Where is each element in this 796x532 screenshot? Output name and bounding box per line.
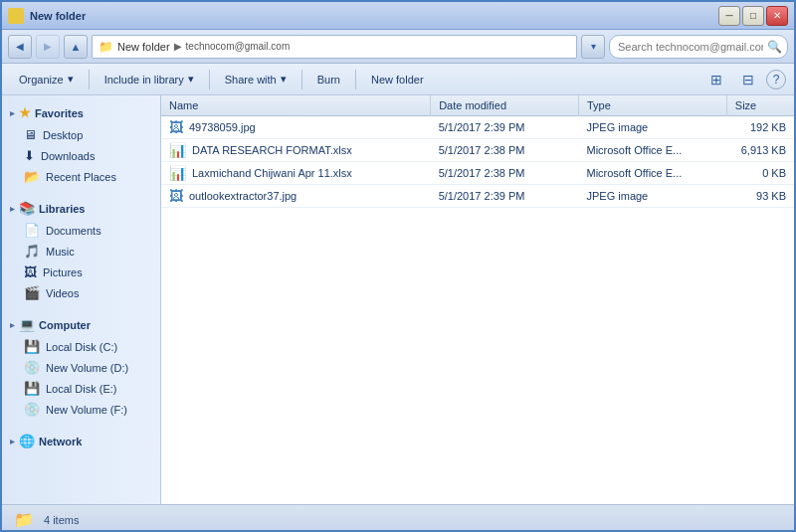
favorites-star-icon: ★ [19, 105, 31, 120]
pictures-icon: 🖼 [24, 265, 37, 279]
sidebar-item-documents[interactable]: 📄 Documents [2, 220, 160, 241]
path-segment-1: New folder [117, 41, 170, 53]
burn-label: Burn [317, 74, 340, 86]
disk-e-icon: 💾 [24, 381, 40, 396]
sidebar-item-desktop[interactable]: 🖥 Desktop [2, 124, 160, 145]
view-options-button[interactable]: ⊞ [702, 67, 730, 92]
minimize-button[interactable]: ─ [718, 6, 740, 26]
column-size[interactable]: Size [726, 95, 794, 116]
toolbar-separator-2 [209, 70, 210, 89]
up-button[interactable]: ▲ [64, 35, 88, 59]
toolbar: Organize Include in library Share with B… [2, 64, 794, 95]
sidebar-item-new-volume-f[interactable]: 💿 New Volume (F:) [2, 399, 160, 420]
disk-e-label: Local Disk (E:) [46, 383, 117, 395]
documents-label: Documents [46, 225, 101, 237]
new-folder-button[interactable]: New folder [362, 67, 433, 92]
volume-f-label: New Volume (F:) [46, 404, 127, 416]
file-size: 192 KB [726, 116, 794, 139]
folder-icon: 📁 [99, 40, 113, 54]
include-library-button[interactable]: Include in library [96, 67, 203, 92]
file-date: 5/1/2017 2:38 PM [431, 162, 579, 185]
share-with-button[interactable]: Share with [216, 67, 296, 92]
file-type: JPEG image [578, 116, 726, 139]
sidebar-item-new-volume-d[interactable]: 💿 New Volume (D:) [2, 357, 160, 378]
search-input[interactable] [609, 35, 788, 59]
table-row[interactable]: 🖼 outlookextractor37.jpg 5/1/2017 2:39 P… [161, 185, 794, 208]
network-header[interactable]: 🌐 Network [2, 430, 160, 452]
path-separator: ▶ [174, 41, 182, 52]
file-name: outlookextractor37.jpg [189, 190, 297, 202]
file-row-name: 🖼 outlookextractor37.jpg [169, 188, 423, 204]
favorites-header[interactable]: ★ Favorites [2, 101, 160, 124]
help-button[interactable]: ? [766, 70, 786, 89]
include-library-label: Include in library [104, 74, 184, 86]
address-bar: ◀ ▶ ▲ 📁 New folder ▶ technocom@gmail.com… [2, 30, 794, 64]
disk-c-icon: 💾 [24, 339, 40, 354]
forward-button[interactable]: ▶ [36, 35, 60, 59]
sidebar-item-local-disk-c[interactable]: 💾 Local Disk (C:) [2, 336, 160, 357]
favorites-arrow [10, 108, 15, 118]
file-name: Laxmichand Chijwani Apr 11.xlsx [192, 167, 352, 179]
table-row[interactable]: 📊 DATA RESEARCH FORMAT.xlsx 5/1/2017 2:3… [161, 139, 794, 162]
recent-places-label: Recent Places [46, 171, 116, 183]
xlsx-icon: 📊 [169, 142, 186, 158]
burn-button[interactable]: Burn [308, 67, 349, 92]
column-name[interactable]: Name [161, 95, 431, 116]
path-segment-2: technocom@gmail.com [186, 41, 291, 52]
volume-d-icon: 💿 [24, 360, 40, 375]
table-row[interactable]: 🖼 49738059.jpg 5/1/2017 2:39 PM JPEG ima… [161, 116, 794, 139]
column-date-modified[interactable]: Date modified [431, 95, 579, 116]
toolbar-right: ⊞ ⊟ ? [702, 67, 786, 92]
file-size: 93 KB [726, 185, 794, 208]
column-type[interactable]: Type [578, 95, 726, 116]
table-row[interactable]: 📊 Laxmichand Chijwani Apr 11.xlsx 5/1/20… [161, 162, 794, 185]
file-type: Microsoft Office E... [578, 139, 726, 162]
back-button[interactable]: ◀ [8, 35, 32, 59]
file-row-name: 🖼 49738059.jpg [169, 119, 423, 135]
search-icon[interactable]: 🔍 [767, 40, 782, 54]
address-path[interactable]: 📁 New folder ▶ technocom@gmail.com [92, 35, 577, 59]
xlsx-icon: 📊 [169, 165, 186, 181]
libraries-header[interactable]: 📚 Libraries [2, 197, 160, 220]
pictures-label: Pictures [43, 266, 83, 278]
window-icon [8, 8, 24, 24]
libraries-icon: 📚 [19, 201, 35, 216]
file-name-cell: 🖼 outlookextractor37.jpg [161, 185, 431, 208]
sidebar-item-local-disk-e[interactable]: 💾 Local Disk (E:) [2, 378, 160, 399]
organize-button[interactable]: Organize [10, 67, 83, 92]
new-folder-label: New folder [371, 74, 424, 86]
videos-label: Videos [46, 287, 79, 299]
disk-c-label: Local Disk (C:) [46, 341, 117, 353]
sidebar-item-videos[interactable]: 🎬 Videos [2, 282, 160, 303]
favorites-section: ★ Favorites 🖥 Desktop ⬇ Downloads 📂 Rece… [2, 101, 160, 187]
computer-icon: 💻 [19, 317, 35, 332]
favorites-label: Favorites [35, 107, 84, 119]
status-bar: 📁 4 items [2, 504, 794, 532]
sidebar-item-pictures[interactable]: 🖼 Pictures [2, 262, 160, 282]
sidebar-item-music[interactable]: 🎵 Music [2, 241, 160, 262]
network-arrow [10, 437, 15, 446]
close-button[interactable]: ✕ [766, 6, 788, 26]
computer-header[interactable]: 💻 Computer [2, 313, 160, 336]
maximize-button[interactable]: □ [742, 6, 764, 26]
libraries-arrow [10, 204, 15, 214]
volume-d-label: New Volume (D:) [46, 362, 128, 374]
search-wrapper: 🔍 [609, 35, 788, 59]
view-toggle-button[interactable]: ⊟ [734, 67, 762, 92]
videos-icon: 🎬 [24, 285, 40, 300]
downloads-label: Downloads [41, 150, 95, 162]
computer-label: Computer [39, 319, 91, 331]
sidebar-item-downloads[interactable]: ⬇ Downloads [2, 145, 160, 166]
title-bar: New folder ─ □ ✕ [2, 2, 794, 30]
sidebar-item-recent-places[interactable]: 📂 Recent Places [2, 166, 160, 187]
file-name-cell: 🖼 49738059.jpg [161, 116, 431, 139]
file-name-cell: 📊 Laxmichand Chijwani Apr 11.xlsx [161, 162, 431, 185]
libraries-label: Libraries [39, 203, 85, 215]
file-name: DATA RESEARCH FORMAT.xlsx [192, 144, 352, 156]
include-library-chevron [188, 73, 194, 86]
music-label: Music [46, 246, 75, 258]
toolbar-separator-1 [89, 70, 90, 89]
file-area: Name Date modified Type Size 🖼 49738059.… [161, 95, 794, 504]
dropdown-button[interactable]: ▾ [581, 35, 605, 59]
toolbar-separator-4 [355, 70, 356, 89]
